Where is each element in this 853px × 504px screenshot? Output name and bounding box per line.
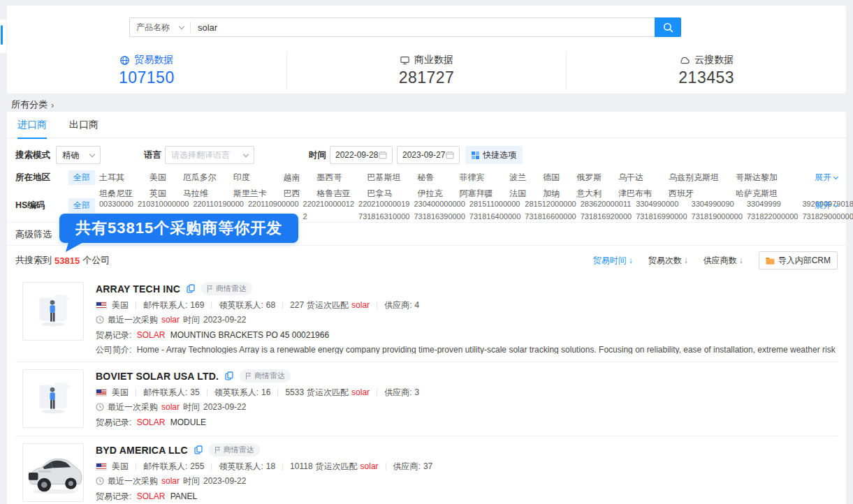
region-item[interactable]: 美国 [150,172,166,184]
date-to-input[interactable]: 2023-09-27 [397,146,460,164]
chevron-right-icon: › [51,100,54,110]
advanced-filter-link[interactable]: 高级筛选 [15,229,52,239]
radar-badge[interactable]: 商情雷达 [240,369,291,383]
recent-purchase-date: 2023-09-22 [203,402,246,412]
cloud-icon [679,55,690,66]
clock-icon [96,403,104,411]
translate-icon[interactable] [187,284,195,293]
region-item[interactable]: 菲律宾 [459,172,493,184]
recent-purchase-date: 2023-09-22 [203,476,246,486]
results-header: 共搜索到 53815 个公司 贸易时间 ↓ 贸易次数 ↓ 供应商数 ↓ [15,246,838,275]
region-item[interactable]: 越南 [284,172,300,184]
region-item[interactable]: 土耳其 [99,172,133,184]
time-label: 时间 [309,149,326,161]
company-photo-car [22,443,84,502]
hs-code-item[interactable]: 281512000000 [525,200,576,208]
hs-code-item[interactable]: 731816400000 [469,212,520,221]
company-meta: 美国 邮件联系人:169 领英联系人:68 227货运次匹配solar 供应商:… [96,300,838,310]
hs-code-item[interactable]: 2 [303,212,354,221]
hs-code-item[interactable]: 220210000012 [303,200,354,208]
translate-icon[interactable] [194,445,203,454]
hs-code-item[interactable]: 00330000 [99,200,133,208]
hs-code-item[interactable]: 731816310000 [358,212,409,221]
region-item[interactable]: 哥斯达黎加 [736,172,778,184]
hs-code-item[interactable]: 281511000000 [469,200,520,208]
search-input[interactable] [191,18,655,36]
hs-code-item[interactable]: 220210000019 [358,200,409,208]
company-name[interactable]: BOVIET SOLAR USA LTD. [96,371,219,382]
region-expand-link[interactable]: 展开 [815,172,838,184]
radar-badge[interactable]: 商情雷达 [201,282,252,295]
sort-supplier-count[interactable]: 供应商数 ↓ [703,255,743,267]
hs-code-item[interactable]: 230400000000 [414,200,465,208]
shipments-count: 5533 [285,387,304,397]
importer-exporter-tabs: 进口商 出口商 [7,112,846,138]
sort-trade-count[interactable]: 贸易次数 ↓ [648,255,688,267]
region-item[interactable]: 巴基斯坦 [367,172,401,184]
hs-code-item[interactable]: 220110900000 [248,200,299,208]
company-card[interactable]: BOVIET SOLAR USA LTD. 商情雷达 [15,362,838,436]
region-item[interactable]: 乌干达 [618,172,652,184]
side-panel-accent-bar [1,25,3,45]
region-all-chip[interactable]: 全部 [68,170,95,185]
hs-all-chip[interactable]: 全部 [68,198,95,213]
region-item[interactable]: 厄瓜多尔 [183,172,217,184]
stat-business-data[interactable]: 商业数据 281727 [286,52,567,89]
date-from-input[interactable]: 2022-09-28 [330,146,393,164]
search-category-select[interactable]: 产品名称 [130,18,190,36]
pennant-icon [207,285,213,292]
radar-badge[interactable]: 商情雷达 [209,443,260,457]
hs-code-item[interactable]: 3304990000 [636,200,687,208]
stat-cloud-search-data[interactable]: 云搜数据 213453 [566,52,846,89]
hs-code-item[interactable]: 731819000000 [692,212,743,221]
company-meta: 美国 邮件联系人:35 领英联系人:16 5533货运次匹配solar 供应商:… [96,387,838,397]
pennant-icon [245,372,251,380]
hs-expand-link[interactable]: 展开 [815,200,838,212]
hs-code-item[interactable]: 220110190000 [193,200,244,208]
clock-icon [96,316,104,324]
hs-code-item[interactable]: 731816920000 [581,212,632,221]
email-contacts-count: 35 [190,387,199,397]
sort-trade-time[interactable]: 贸易时间 ↓ [593,255,633,267]
shipments-count: 227 [290,300,304,310]
search-mode-select[interactable]: 精确 [56,146,101,164]
side-panel-handle[interactable] [0,20,6,53]
region-item[interactable]: 波兰 [509,172,526,184]
import-crm-button[interactable]: 导入内部CRM [759,251,838,269]
hs-code-item[interactable]: 210310000000 [138,200,189,208]
hs-code-item[interactable]: 731816600000 [525,212,576,221]
language-select[interactable]: 请选择翻译语言 [165,146,254,164]
recent-purchase: 最近一次采购 solar 时间 2023-09-22 [96,315,838,325]
tab-importer[interactable]: 进口商 [17,112,47,138]
region-item[interactable]: 德国 [543,172,560,184]
hs-code-item[interactable]: 731816390000 [414,212,465,221]
pennant-icon [214,446,221,454]
company-card[interactable]: ARRAY TECH INC 商情雷达 美国 [15,275,838,362]
company-card[interactable]: BYD AMERICA LLC 商情雷达 美国 [15,436,838,504]
region-item[interactable]: 墨西哥 [317,172,351,184]
tab-exporter[interactable]: 出口商 [69,112,99,138]
hs-code-item[interactable]: 731829000000 [802,212,853,221]
region-item[interactable]: 秘鲁 [417,172,442,184]
quick-options-button[interactable]: 快捷选项 [465,146,523,164]
filter-region-row: 所在地区 全部 土耳其美国厄瓜多尔印度越南墨西哥巴基斯坦秘鲁菲律宾波兰德国俄罗斯… [15,170,838,200]
hs-code-item[interactable]: 283620000011 [581,200,632,208]
company-list: ARRAY TECH INC 商情雷达 美国 [15,275,838,504]
chevron-down-icon [243,151,249,156]
translate-icon[interactable] [225,371,233,380]
hs-code-item[interactable]: 731822000000 [747,212,798,221]
breadcrumb[interactable]: 所有分类 › [11,98,54,111]
company-intro: 公司简介: Home - Array Technologies Array is… [96,344,838,354]
region-item[interactable]: 乌兹别克斯坦 [669,172,719,184]
stat-trade-data[interactable]: 贸易数据 107150 [7,52,286,89]
hs-code-item[interactable]: 731816990000 [636,212,687,221]
region-item[interactable]: 印度 [233,172,267,184]
search-button[interactable] [655,17,681,37]
hs-code-item[interactable]: 33049999 [747,200,798,208]
hs-code-item[interactable]: 3304990090 [692,200,743,208]
company-photo-placeholder [22,369,84,428]
region-item[interactable]: 俄罗斯 [576,172,602,184]
company-name[interactable]: BYD AMERICA LLC [96,445,188,456]
company-name[interactable]: ARRAY TECH INC [96,283,180,295]
data-stats: 贸易数据 107150 商业数据 281727 云搜数据 [7,52,846,89]
